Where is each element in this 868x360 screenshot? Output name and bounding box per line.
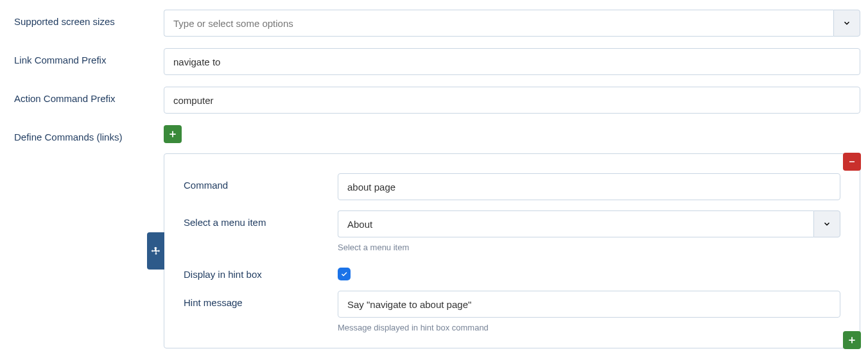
menu-item-select[interactable]: About bbox=[338, 210, 840, 237]
add-sub-command-button[interactable] bbox=[843, 331, 861, 349]
define-commands-label: Define Commands (links) bbox=[8, 125, 164, 142]
command-block: Command Select a menu item About Select … bbox=[164, 153, 860, 348]
display-hint-checkbox[interactable] bbox=[338, 268, 351, 280]
hint-message-label: Hint message bbox=[184, 291, 338, 308]
drag-handle[interactable] bbox=[147, 232, 164, 270]
command-input[interactable] bbox=[338, 173, 840, 200]
add-command-button[interactable] bbox=[164, 125, 182, 143]
link-command-prefix-input[interactable] bbox=[164, 48, 860, 75]
hint-message-help: Message displayed in hint box command bbox=[338, 323, 840, 332]
action-command-prefix-input[interactable] bbox=[164, 87, 860, 114]
supported-screen-sizes-placeholder: Type or select some options bbox=[164, 10, 833, 37]
remove-command-button[interactable] bbox=[843, 153, 861, 171]
display-hint-label: Display in hint box bbox=[184, 262, 338, 280]
supported-screen-sizes-label: Supported screen sizes bbox=[8, 10, 164, 27]
link-command-prefix-label: Link Command Prefix bbox=[8, 48, 164, 65]
chevron-down-icon[interactable] bbox=[833, 10, 860, 37]
command-field-label: Command bbox=[184, 173, 338, 191]
action-command-prefix-label: Action Command Prefix bbox=[8, 87, 164, 104]
menu-item-field-label: Select a menu item bbox=[184, 210, 338, 228]
supported-screen-sizes-select[interactable]: Type or select some options bbox=[164, 10, 860, 37]
chevron-down-icon[interactable] bbox=[813, 210, 840, 237]
menu-item-value: About bbox=[338, 210, 813, 237]
hint-message-input[interactable] bbox=[338, 291, 840, 318]
menu-item-help: Select a menu item bbox=[338, 243, 840, 252]
